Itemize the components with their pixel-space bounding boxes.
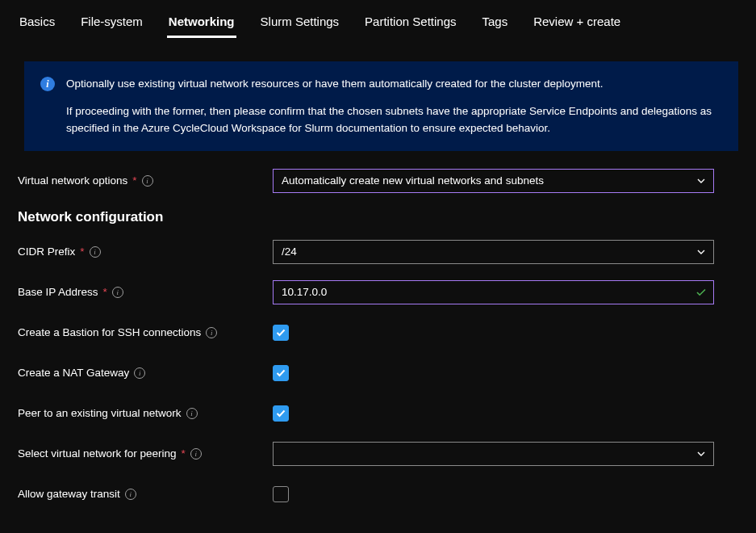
tab-partition-settings[interactable]: Partition Settings <box>363 8 457 38</box>
peer-select-label: Select virtual network for peering <box>18 447 177 460</box>
peer-vnet-label: Peer to an existing virtual network <box>18 407 182 419</box>
help-icon[interactable]: i <box>186 408 198 419</box>
networking-form: Virtual network options * i Automaticall… <box>0 151 756 506</box>
info-icon: i <box>40 77 55 91</box>
chevron-down-icon <box>695 246 707 258</box>
vnet-options-value: Automatically create new virtual network… <box>282 174 544 187</box>
cidr-prefix-select[interactable]: /24 <box>273 240 714 264</box>
vnet-options-label: Virtual network options <box>18 174 127 187</box>
tab-review-create[interactable]: Review + create <box>532 8 622 38</box>
required-indicator: * <box>132 174 136 187</box>
help-icon[interactable]: i <box>125 489 136 500</box>
info-banner: i Optionally use existing virtual networ… <box>24 61 738 151</box>
help-icon[interactable]: i <box>190 448 202 460</box>
chevron-down-icon <box>695 448 707 460</box>
tab-tags[interactable]: Tags <box>481 8 510 38</box>
gateway-transit-checkbox[interactable] <box>273 486 289 502</box>
nat-gateway-checkbox[interactable] <box>273 365 289 381</box>
info-banner-text: Optionally use existing virtual network … <box>66 76 722 136</box>
tab-networking[interactable]: Networking <box>167 8 236 38</box>
tab-bar: Basics File-system Networking Slurm Sett… <box>0 0 756 39</box>
base-ip-label: Base IP Address <box>18 286 98 298</box>
bastion-label: Create a Bastion for SSH connections <box>18 326 201 338</box>
peer-vnet-checkbox[interactable] <box>273 405 289 422</box>
network-configuration-heading: Network configuration <box>18 209 738 225</box>
chevron-down-icon <box>695 175 707 187</box>
base-ip-value: 10.17.0.0 <box>282 286 327 298</box>
help-icon[interactable]: i <box>90 246 101 258</box>
vnet-options-select[interactable]: Automatically create new virtual network… <box>273 169 714 193</box>
tab-file-system[interactable]: File-system <box>79 8 144 38</box>
required-indicator: * <box>80 246 84 258</box>
nat-gateway-label: Create a NAT Gateway <box>18 367 129 379</box>
help-icon[interactable]: i <box>142 175 153 187</box>
help-icon[interactable]: i <box>134 367 145 379</box>
cidr-prefix-label: CIDR Prefix <box>18 246 75 258</box>
gateway-transit-label: Allow gateway transit <box>18 488 120 500</box>
help-icon[interactable]: i <box>112 287 123 298</box>
required-indicator: * <box>182 447 186 460</box>
base-ip-input[interactable]: 10.17.0.0 <box>273 280 714 304</box>
peer-select[interactable] <box>273 442 714 466</box>
bastion-checkbox[interactable] <box>273 325 289 341</box>
required-indicator: * <box>103 286 107 298</box>
tab-basics[interactable]: Basics <box>18 8 56 38</box>
cidr-prefix-value: /24 <box>282 246 297 258</box>
info-line-1: Optionally use existing virtual network … <box>66 76 722 92</box>
info-line-2: If proceeding with the former, then plea… <box>66 103 722 136</box>
valid-check-icon <box>695 287 707 298</box>
help-icon[interactable]: i <box>206 327 217 338</box>
tab-slurm-settings[interactable]: Slurm Settings <box>259 8 341 38</box>
